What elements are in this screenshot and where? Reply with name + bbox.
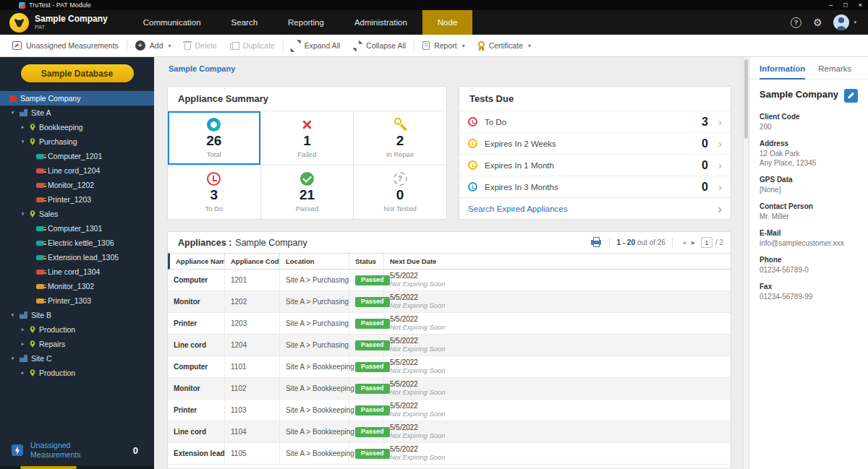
tree-expand-icon[interactable] bbox=[9, 356, 16, 361]
tree-expand-icon[interactable] bbox=[9, 110, 16, 116]
tree-expand-icon[interactable] bbox=[20, 124, 26, 130]
table-row[interactable]: Computer 1201 Site A > Purchasing Passed… bbox=[168, 270, 731, 291]
duplicate-button[interactable]: Duplicate bbox=[224, 35, 281, 56]
tests-due-row[interactable]: To Do 3 › bbox=[459, 111, 731, 132]
tree-item[interactable]: Printer_1203 bbox=[0, 192, 154, 207]
delete-button[interactable]: Delete bbox=[178, 35, 224, 56]
tests-due-row[interactable]: Expires In 3 Months 0 › bbox=[459, 176, 731, 197]
nav-item-communication[interactable]: Communication bbox=[128, 10, 216, 35]
tree-item[interactable]: Purchasing bbox=[0, 134, 154, 149]
unassigned-measurements-footer[interactable]: Unassigned Measurements 0 bbox=[0, 434, 154, 469]
previous-page-button[interactable]: ◀ bbox=[679, 240, 689, 246]
due-date: 5/5/2022 bbox=[390, 445, 418, 453]
tab-remarks[interactable]: Remarks bbox=[818, 64, 851, 79]
edit-pencil-icon[interactable] bbox=[844, 89, 858, 103]
summary-tile[interactable]: 1 Failed bbox=[261, 111, 354, 165]
unassigned-measurements-button[interactable]: Unassigned Measurements bbox=[6, 35, 125, 56]
tree-item[interactable]: Site B bbox=[0, 308, 154, 322]
table-row[interactable]: Line cord 1204 Site A > Purchasing Passe… bbox=[168, 335, 731, 356]
tree-item[interactable]: Extension lead_1305 bbox=[0, 250, 154, 264]
cell-status: Passed bbox=[349, 335, 384, 356]
tree-expand-icon[interactable] bbox=[20, 211, 26, 217]
tree-item[interactable]: Site A bbox=[0, 106, 154, 120]
nav-item-administration[interactable]: Administration bbox=[339, 10, 422, 35]
column-header[interactable]: Appliance Name bbox=[170, 254, 225, 269]
table-row[interactable]: Printer 1203 Site A > Purchasing Passed … bbox=[168, 313, 731, 335]
due-date: 5/5/2022 bbox=[390, 402, 418, 410]
tests-due-row[interactable]: Expires In 1 Month 0 › bbox=[459, 154, 731, 176]
tree-expand-icon[interactable] bbox=[20, 370, 26, 376]
sidebar-horizontal-scrollbar[interactable] bbox=[0, 466, 154, 469]
help-icon[interactable] bbox=[791, 17, 801, 28]
collapse-all-button[interactable]: Collapse All bbox=[346, 35, 412, 56]
tree-item[interactable]: Electric kettle_1306 bbox=[0, 236, 154, 250]
tree-item[interactable]: Line cord_1304 bbox=[0, 264, 154, 279]
scrollbar-thumb[interactable] bbox=[20, 466, 77, 469]
report-button[interactable]: Report ▾ bbox=[416, 35, 472, 56]
certificate-button[interactable]: Certificate ▾ bbox=[472, 35, 537, 56]
breadcrumb[interactable]: Sample Company bbox=[169, 64, 731, 73]
tree-item[interactable]: Monitor_1202 bbox=[0, 178, 154, 192]
button-label: Delete bbox=[195, 41, 217, 50]
tree-expand-icon[interactable] bbox=[9, 312, 16, 318]
tree-item[interactable]: Sample Company bbox=[0, 91, 154, 106]
table-row[interactable]: Extension lead 1105 Site A > Bookkeeping… bbox=[168, 443, 731, 465]
expand-all-button[interactable]: Expand All bbox=[285, 35, 347, 56]
search-expired-appliances-row[interactable]: Search Expired Appliances › bbox=[459, 197, 731, 219]
column-header[interactable]: Location bbox=[280, 254, 349, 269]
column-header[interactable]: Status bbox=[349, 254, 384, 269]
unassigned-measurements-label[interactable]: Unassigned Measurements bbox=[30, 441, 88, 460]
table-row[interactable]: Computer 1101 Site A > Bookkeeping Passe… bbox=[168, 356, 731, 378]
user-avatar[interactable] bbox=[833, 14, 849, 30]
add-button[interactable]: Add ▾ bbox=[129, 35, 178, 56]
tree-item[interactable]: Production bbox=[0, 322, 154, 337]
pin-icon bbox=[30, 210, 35, 218]
scrollbar-thumb[interactable] bbox=[744, 59, 748, 139]
minimize-button[interactable]: – bbox=[829, 2, 833, 9]
nav-item-node[interactable]: Node bbox=[422, 10, 473, 35]
tree-item[interactable]: Site C bbox=[0, 351, 154, 366]
print-icon[interactable] bbox=[591, 240, 601, 245]
maximize-button[interactable]: □ bbox=[843, 2, 847, 9]
tree-item[interactable]: Monitor_1302 bbox=[0, 279, 154, 293]
tree-item[interactable]: Computer_1301 bbox=[0, 221, 154, 236]
nav-item-search[interactable]: Search bbox=[216, 10, 273, 35]
tree-expand-icon[interactable] bbox=[20, 327, 26, 332]
summary-tile[interactable]: 26 Total bbox=[168, 111, 260, 165]
summary-tile[interactable]: 2 In Repair bbox=[354, 111, 446, 165]
summary-tile[interactable]: 0 Not Tested bbox=[354, 165, 446, 219]
tree-item[interactable]: Production bbox=[0, 366, 154, 380]
tree-item[interactable]: Computer_1201 bbox=[0, 149, 154, 163]
table-row[interactable]: Monitor 1202 Site A > Purchasing Passed … bbox=[168, 291, 731, 313]
summary-tile[interactable]: 3 To Do bbox=[168, 165, 260, 219]
tree-expand-icon[interactable] bbox=[20, 341, 26, 347]
search-expired-appliances-link[interactable]: Search Expired Appliances bbox=[468, 205, 567, 213]
tree-item[interactable]: Repairs bbox=[0, 337, 154, 351]
table-row[interactable]: Line cord 1104 Site A > Bookkeeping Pass… bbox=[168, 421, 731, 443]
tree-item[interactable]: Bookkeeping bbox=[0, 120, 154, 134]
close-button[interactable]: × bbox=[859, 2, 862, 9]
next-page-button[interactable]: ▶ bbox=[689, 240, 698, 246]
appliances-title: Appliances : bbox=[178, 238, 231, 248]
gear-icon[interactable] bbox=[813, 17, 822, 27]
tab-information[interactable]: Information bbox=[760, 64, 805, 79]
main-vertical-scrollbar[interactable] bbox=[743, 57, 749, 469]
chevron-down-icon[interactable]: ▾ bbox=[528, 43, 531, 49]
chevron-down-icon[interactable]: ▾ bbox=[462, 43, 465, 49]
sample-database-button[interactable]: Sample Database bbox=[21, 64, 134, 82]
summary-tile[interactable]: 21 Passed bbox=[261, 165, 354, 219]
tests-due-row[interactable]: Expires In 2 Weeks 0 › bbox=[459, 132, 731, 154]
chevron-down-icon[interactable]: ▾ bbox=[169, 43, 171, 49]
tree-item[interactable]: Sales bbox=[0, 207, 154, 221]
table-row[interactable]: Printer 1103 Site A > Bookkeeping Passed… bbox=[168, 400, 731, 421]
chevron-down-icon[interactable]: ▾ bbox=[854, 20, 856, 25]
column-header[interactable]: Appliance Code bbox=[225, 254, 280, 269]
page-number-input[interactable]: 1 bbox=[701, 237, 712, 248]
column-header[interactable]: Next Due Date bbox=[384, 254, 731, 269]
table-row[interactable]: Monitor 1102 Site A > Bookkeeping Passed… bbox=[168, 378, 731, 400]
unassigned-measurements-count: 0 bbox=[133, 445, 142, 456]
tree-item[interactable]: Printer_1303 bbox=[0, 293, 154, 308]
tree-expand-icon[interactable] bbox=[20, 139, 26, 145]
tree-item[interactable]: Line cord_1204 bbox=[0, 163, 154, 178]
nav-item-reporting[interactable]: Reporting bbox=[273, 10, 339, 35]
